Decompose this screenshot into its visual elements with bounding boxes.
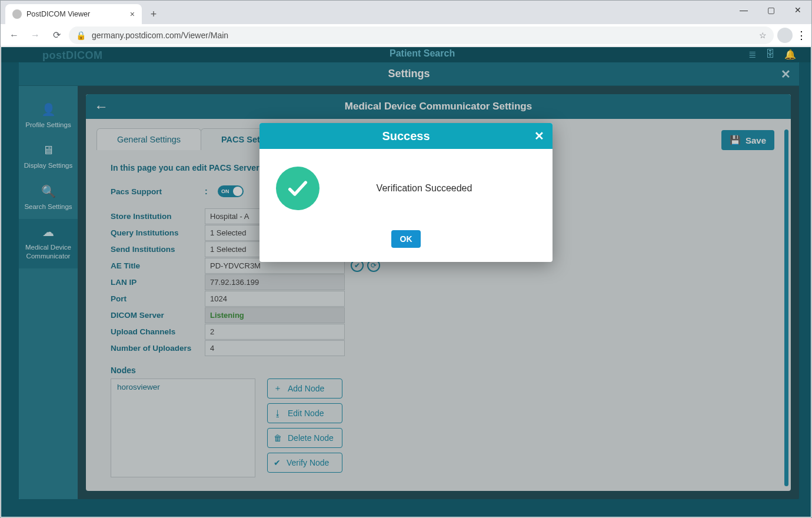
address-bar: ← → ⟳ 🔒 germany.postdicom.com/Viewer/Mai…	[1, 24, 811, 47]
new-tab-button[interactable]: +	[145, 6, 162, 22]
nav-reload-icon[interactable]: ⟳	[48, 26, 65, 44]
window-minimize[interactable]: —	[730, 1, 757, 19]
tab-close-icon[interactable]: ×	[130, 9, 135, 19]
success-check-icon	[276, 167, 320, 210]
star-icon[interactable]: ☆	[759, 31, 767, 40]
dialog-title: Success	[382, 130, 430, 143]
app-header-ghost: postDICOM Patient Search ≣ 🗄 🔔	[1, 47, 811, 62]
url-text: germany.postdicom.com/Viewer/Main	[92, 31, 228, 40]
app-page-title: Patient Search	[390, 48, 455, 59]
dialog-close-icon[interactable]: ✕	[534, 129, 544, 143]
profile-avatar[interactable]	[777, 28, 793, 43]
dialog-message: Verification Succeeded	[336, 183, 536, 194]
window-controls: — ▢ ✕	[730, 1, 811, 19]
app-header-icons: ≣ 🗄 🔔	[748, 49, 796, 60]
browser-tab[interactable]: PostDICOM Viewer ×	[5, 4, 142, 24]
dialog-header: Success ✕	[259, 123, 553, 149]
nav-back-icon[interactable]: ←	[5, 26, 23, 44]
bell-icon: 🔔	[784, 49, 796, 60]
lock-icon: 🔒	[76, 31, 86, 40]
success-dialog: Success ✕ Verification Succeeded OK	[259, 123, 553, 262]
window-close[interactable]: ✕	[784, 1, 811, 19]
app-logo: postDICOM	[42, 49, 103, 62]
list-icon: ≣	[748, 49, 756, 60]
window-maximize[interactable]: ▢	[757, 1, 784, 19]
browser-menu-icon[interactable]: ⋮	[796, 29, 807, 42]
omnibox[interactable]: 🔒 germany.postdicom.com/Viewer/Main ☆	[69, 26, 774, 44]
browser-window: — ▢ ✕ PostDICOM Viewer × + ← → ⟳ 🔒 germa…	[0, 0, 812, 518]
page-viewport: postDICOM Patient Search ≣ 🗄 🔔 Settings …	[1, 47, 811, 517]
tab-favicon	[12, 9, 22, 19]
storage-icon: 🗄	[766, 49, 775, 60]
tab-title: PostDICOM Viewer	[26, 10, 90, 18]
dialog-ok-button[interactable]: OK	[391, 230, 421, 248]
tab-strip: PostDICOM Viewer × +	[1, 1, 811, 24]
nav-forward-icon[interactable]: →	[26, 26, 44, 44]
